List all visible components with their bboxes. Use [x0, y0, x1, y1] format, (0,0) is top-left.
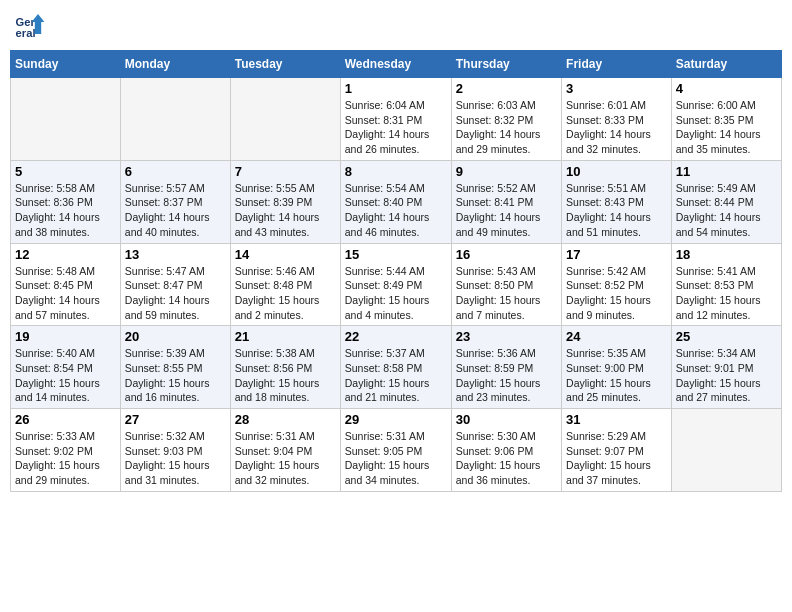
- day-number: 24: [566, 329, 667, 344]
- day-number: 26: [15, 412, 116, 427]
- day-number: 17: [566, 247, 667, 262]
- column-header-saturday: Saturday: [671, 51, 781, 78]
- calendar-day-cell: 14Sunrise: 5:46 AM Sunset: 8:48 PM Dayli…: [230, 243, 340, 326]
- day-info: Sunrise: 5:37 AM Sunset: 8:58 PM Dayligh…: [345, 346, 447, 405]
- day-info: Sunrise: 5:31 AM Sunset: 9:05 PM Dayligh…: [345, 429, 447, 488]
- column-header-friday: Friday: [562, 51, 672, 78]
- column-header-thursday: Thursday: [451, 51, 561, 78]
- svg-text:eral: eral: [16, 27, 36, 39]
- calendar-day-cell: 4Sunrise: 6:00 AM Sunset: 8:35 PM Daylig…: [671, 78, 781, 161]
- calendar-day-cell: 21Sunrise: 5:38 AM Sunset: 8:56 PM Dayli…: [230, 326, 340, 409]
- calendar-day-cell: 11Sunrise: 5:49 AM Sunset: 8:44 PM Dayli…: [671, 160, 781, 243]
- day-number: 12: [15, 247, 116, 262]
- day-number: 11: [676, 164, 777, 179]
- day-info: Sunrise: 5:39 AM Sunset: 8:55 PM Dayligh…: [125, 346, 226, 405]
- day-number: 1: [345, 81, 447, 96]
- calendar-day-cell: 24Sunrise: 5:35 AM Sunset: 9:00 PM Dayli…: [562, 326, 672, 409]
- day-info: Sunrise: 5:40 AM Sunset: 8:54 PM Dayligh…: [15, 346, 116, 405]
- day-number: 20: [125, 329, 226, 344]
- calendar-day-cell: 28Sunrise: 5:31 AM Sunset: 9:04 PM Dayli…: [230, 409, 340, 492]
- day-number: 14: [235, 247, 336, 262]
- day-info: Sunrise: 5:47 AM Sunset: 8:47 PM Dayligh…: [125, 264, 226, 323]
- calendar-day-cell: 1Sunrise: 6:04 AM Sunset: 8:31 PM Daylig…: [340, 78, 451, 161]
- calendar-day-cell: 2Sunrise: 6:03 AM Sunset: 8:32 PM Daylig…: [451, 78, 561, 161]
- calendar-day-cell: 29Sunrise: 5:31 AM Sunset: 9:05 PM Dayli…: [340, 409, 451, 492]
- day-info: Sunrise: 6:04 AM Sunset: 8:31 PM Dayligh…: [345, 98, 447, 157]
- day-info: Sunrise: 5:49 AM Sunset: 8:44 PM Dayligh…: [676, 181, 777, 240]
- calendar-day-cell: 7Sunrise: 5:55 AM Sunset: 8:39 PM Daylig…: [230, 160, 340, 243]
- day-info: Sunrise: 5:34 AM Sunset: 9:01 PM Dayligh…: [676, 346, 777, 405]
- day-info: Sunrise: 5:31 AM Sunset: 9:04 PM Dayligh…: [235, 429, 336, 488]
- calendar-day-cell: 30Sunrise: 5:30 AM Sunset: 9:06 PM Dayli…: [451, 409, 561, 492]
- day-number: 19: [15, 329, 116, 344]
- day-number: 28: [235, 412, 336, 427]
- calendar-day-cell: 22Sunrise: 5:37 AM Sunset: 8:58 PM Dayli…: [340, 326, 451, 409]
- calendar-day-cell: 3Sunrise: 6:01 AM Sunset: 8:33 PM Daylig…: [562, 78, 672, 161]
- day-info: Sunrise: 5:55 AM Sunset: 8:39 PM Dayligh…: [235, 181, 336, 240]
- calendar-day-cell: 23Sunrise: 5:36 AM Sunset: 8:59 PM Dayli…: [451, 326, 561, 409]
- day-info: Sunrise: 5:54 AM Sunset: 8:40 PM Dayligh…: [345, 181, 447, 240]
- calendar-week-row: 5Sunrise: 5:58 AM Sunset: 8:36 PM Daylig…: [11, 160, 782, 243]
- day-number: 31: [566, 412, 667, 427]
- logo-icon: Gen eral: [14, 10, 46, 42]
- calendar-day-cell: 27Sunrise: 5:32 AM Sunset: 9:03 PM Dayli…: [120, 409, 230, 492]
- calendar-table: SundayMondayTuesdayWednesdayThursdayFrid…: [10, 50, 782, 492]
- day-number: 6: [125, 164, 226, 179]
- calendar-week-row: 1Sunrise: 6:04 AM Sunset: 8:31 PM Daylig…: [11, 78, 782, 161]
- column-header-tuesday: Tuesday: [230, 51, 340, 78]
- calendar-day-cell: [230, 78, 340, 161]
- day-info: Sunrise: 5:52 AM Sunset: 8:41 PM Dayligh…: [456, 181, 557, 240]
- calendar-day-cell: 13Sunrise: 5:47 AM Sunset: 8:47 PM Dayli…: [120, 243, 230, 326]
- calendar-day-cell: 12Sunrise: 5:48 AM Sunset: 8:45 PM Dayli…: [11, 243, 121, 326]
- day-number: 9: [456, 164, 557, 179]
- calendar-day-cell: 8Sunrise: 5:54 AM Sunset: 8:40 PM Daylig…: [340, 160, 451, 243]
- day-info: Sunrise: 5:41 AM Sunset: 8:53 PM Dayligh…: [676, 264, 777, 323]
- calendar-week-row: 12Sunrise: 5:48 AM Sunset: 8:45 PM Dayli…: [11, 243, 782, 326]
- day-info: Sunrise: 5:29 AM Sunset: 9:07 PM Dayligh…: [566, 429, 667, 488]
- day-number: 15: [345, 247, 447, 262]
- calendar-day-cell: 5Sunrise: 5:58 AM Sunset: 8:36 PM Daylig…: [11, 160, 121, 243]
- calendar-header-row: SundayMondayTuesdayWednesdayThursdayFrid…: [11, 51, 782, 78]
- day-number: 29: [345, 412, 447, 427]
- day-number: 13: [125, 247, 226, 262]
- day-info: Sunrise: 5:38 AM Sunset: 8:56 PM Dayligh…: [235, 346, 336, 405]
- day-info: Sunrise: 6:01 AM Sunset: 8:33 PM Dayligh…: [566, 98, 667, 157]
- calendar-day-cell: 19Sunrise: 5:40 AM Sunset: 8:54 PM Dayli…: [11, 326, 121, 409]
- day-number: 21: [235, 329, 336, 344]
- day-info: Sunrise: 5:48 AM Sunset: 8:45 PM Dayligh…: [15, 264, 116, 323]
- calendar-day-cell: [11, 78, 121, 161]
- calendar-day-cell: 15Sunrise: 5:44 AM Sunset: 8:49 PM Dayli…: [340, 243, 451, 326]
- day-info: Sunrise: 5:44 AM Sunset: 8:49 PM Dayligh…: [345, 264, 447, 323]
- day-number: 10: [566, 164, 667, 179]
- calendar-week-row: 26Sunrise: 5:33 AM Sunset: 9:02 PM Dayli…: [11, 409, 782, 492]
- calendar-day-cell: 26Sunrise: 5:33 AM Sunset: 9:02 PM Dayli…: [11, 409, 121, 492]
- day-number: 18: [676, 247, 777, 262]
- day-info: Sunrise: 6:00 AM Sunset: 8:35 PM Dayligh…: [676, 98, 777, 157]
- column-header-sunday: Sunday: [11, 51, 121, 78]
- day-info: Sunrise: 5:35 AM Sunset: 9:00 PM Dayligh…: [566, 346, 667, 405]
- calendar-day-cell: 25Sunrise: 5:34 AM Sunset: 9:01 PM Dayli…: [671, 326, 781, 409]
- day-number: 4: [676, 81, 777, 96]
- day-number: 30: [456, 412, 557, 427]
- day-number: 8: [345, 164, 447, 179]
- calendar-day-cell: 18Sunrise: 5:41 AM Sunset: 8:53 PM Dayli…: [671, 243, 781, 326]
- calendar-day-cell: 17Sunrise: 5:42 AM Sunset: 8:52 PM Dayli…: [562, 243, 672, 326]
- column-header-monday: Monday: [120, 51, 230, 78]
- calendar-day-cell: 16Sunrise: 5:43 AM Sunset: 8:50 PM Dayli…: [451, 243, 561, 326]
- calendar-week-row: 19Sunrise: 5:40 AM Sunset: 8:54 PM Dayli…: [11, 326, 782, 409]
- day-number: 27: [125, 412, 226, 427]
- day-number: 22: [345, 329, 447, 344]
- calendar-day-cell: 9Sunrise: 5:52 AM Sunset: 8:41 PM Daylig…: [451, 160, 561, 243]
- day-info: Sunrise: 6:03 AM Sunset: 8:32 PM Dayligh…: [456, 98, 557, 157]
- day-info: Sunrise: 5:32 AM Sunset: 9:03 PM Dayligh…: [125, 429, 226, 488]
- day-info: Sunrise: 5:33 AM Sunset: 9:02 PM Dayligh…: [15, 429, 116, 488]
- day-info: Sunrise: 5:42 AM Sunset: 8:52 PM Dayligh…: [566, 264, 667, 323]
- day-number: 16: [456, 247, 557, 262]
- day-info: Sunrise: 5:46 AM Sunset: 8:48 PM Dayligh…: [235, 264, 336, 323]
- day-number: 3: [566, 81, 667, 96]
- day-number: 7: [235, 164, 336, 179]
- calendar-day-cell: 31Sunrise: 5:29 AM Sunset: 9:07 PM Dayli…: [562, 409, 672, 492]
- day-info: Sunrise: 5:58 AM Sunset: 8:36 PM Dayligh…: [15, 181, 116, 240]
- day-info: Sunrise: 5:30 AM Sunset: 9:06 PM Dayligh…: [456, 429, 557, 488]
- day-info: Sunrise: 5:36 AM Sunset: 8:59 PM Dayligh…: [456, 346, 557, 405]
